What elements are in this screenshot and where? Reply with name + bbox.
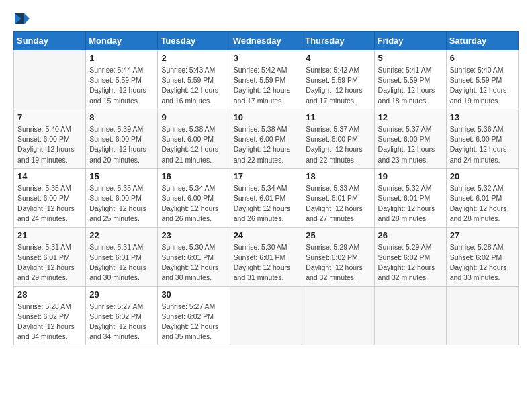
day-info: Sunrise: 5:28 AM Sunset: 6:02 PM Dayligh… <box>450 242 515 283</box>
day-info: Sunrise: 5:31 AM Sunset: 6:01 PM Dayligh… <box>89 242 154 283</box>
day-info: Sunrise: 5:29 AM Sunset: 6:02 PM Dayligh… <box>378 242 443 283</box>
day-number: 3 <box>234 53 299 63</box>
day-number: 4 <box>306 53 370 63</box>
day-number: 6 <box>450 53 515 63</box>
day-number: 14 <box>17 171 82 181</box>
day-number: 20 <box>450 171 515 181</box>
day-info: Sunrise: 5:37 AM Sunset: 6:00 PM Dayligh… <box>378 124 443 165</box>
calendar-cell: 16Sunrise: 5:34 AM Sunset: 6:00 PM Dayli… <box>158 168 230 227</box>
day-info: Sunrise: 5:30 AM Sunset: 6:01 PM Dayligh… <box>234 242 299 283</box>
calendar-week-row: 28Sunrise: 5:28 AM Sunset: 6:02 PM Dayli… <box>14 286 519 345</box>
day-number: 11 <box>306 112 370 122</box>
calendar-cell: 13Sunrise: 5:36 AM Sunset: 6:00 PM Dayli… <box>446 109 518 168</box>
day-info: Sunrise: 5:42 AM Sunset: 5:59 PM Dayligh… <box>234 65 299 106</box>
calendar-cell: 28Sunrise: 5:28 AM Sunset: 6:02 PM Dayli… <box>14 286 86 345</box>
day-info: Sunrise: 5:31 AM Sunset: 6:01 PM Dayligh… <box>17 242 82 283</box>
day-number: 27 <box>450 230 515 240</box>
day-info: Sunrise: 5:37 AM Sunset: 6:00 PM Dayligh… <box>306 124 370 165</box>
day-number: 29 <box>89 289 154 300</box>
calendar-cell <box>374 286 446 345</box>
calendar-cell: 22Sunrise: 5:31 AM Sunset: 6:01 PM Dayli… <box>86 227 158 286</box>
day-info: Sunrise: 5:40 AM Sunset: 5:59 PM Dayligh… <box>450 65 515 106</box>
calendar-cell: 27Sunrise: 5:28 AM Sunset: 6:02 PM Dayli… <box>446 227 518 286</box>
calendar-cell: 6Sunrise: 5:40 AM Sunset: 5:59 PM Daylig… <box>446 50 518 109</box>
calendar-cell: 23Sunrise: 5:30 AM Sunset: 6:01 PM Dayli… <box>158 227 230 286</box>
calendar-cell <box>302 286 374 345</box>
day-info: Sunrise: 5:32 AM Sunset: 6:01 PM Dayligh… <box>378 183 443 224</box>
calendar-week-row: 14Sunrise: 5:35 AM Sunset: 6:00 PM Dayli… <box>14 168 519 227</box>
calendar-cell: 3Sunrise: 5:42 AM Sunset: 5:59 PM Daylig… <box>230 50 302 109</box>
day-number: 13 <box>450 112 515 122</box>
day-number: 10 <box>234 112 299 122</box>
day-info: Sunrise: 5:27 AM Sunset: 6:02 PM Dayligh… <box>161 302 226 342</box>
calendar-cell <box>14 50 86 109</box>
day-number: 21 <box>17 230 82 240</box>
day-info: Sunrise: 5:35 AM Sunset: 6:00 PM Dayligh… <box>89 183 154 224</box>
calendar-week-row: 7Sunrise: 5:40 AM Sunset: 6:00 PM Daylig… <box>14 109 519 168</box>
calendar-cell: 26Sunrise: 5:29 AM Sunset: 6:02 PM Dayli… <box>374 227 446 286</box>
calendar-cell: 19Sunrise: 5:32 AM Sunset: 6:01 PM Dayli… <box>374 168 446 227</box>
svg-marker-0 <box>24 13 30 24</box>
day-info: Sunrise: 5:34 AM Sunset: 6:01 PM Dayligh… <box>234 183 299 224</box>
day-info: Sunrise: 5:28 AM Sunset: 6:02 PM Dayligh… <box>17 302 82 342</box>
day-info: Sunrise: 5:40 AM Sunset: 6:00 PM Dayligh… <box>17 124 82 165</box>
day-number: 15 <box>89 171 154 181</box>
calendar-cell: 1Sunrise: 5:44 AM Sunset: 5:59 PM Daylig… <box>86 50 158 109</box>
day-number: 28 <box>17 289 82 300</box>
day-info: Sunrise: 5:27 AM Sunset: 6:02 PM Dayligh… <box>89 302 154 342</box>
day-number: 23 <box>161 230 226 240</box>
calendar-table: SundayMondayTuesdayWednesdayThursdayFrid… <box>13 31 519 345</box>
calendar-week-row: 21Sunrise: 5:31 AM Sunset: 6:01 PM Dayli… <box>14 227 519 286</box>
calendar-cell: 17Sunrise: 5:34 AM Sunset: 6:01 PM Dayli… <box>230 168 302 227</box>
day-number: 19 <box>378 171 443 181</box>
calendar-cell: 29Sunrise: 5:27 AM Sunset: 6:02 PM Dayli… <box>86 286 158 345</box>
day-number: 30 <box>161 289 226 300</box>
calendar-cell: 4Sunrise: 5:42 AM Sunset: 5:59 PM Daylig… <box>302 50 374 109</box>
calendar-cell: 15Sunrise: 5:35 AM Sunset: 6:00 PM Dayli… <box>86 168 158 227</box>
day-info: Sunrise: 5:41 AM Sunset: 5:59 PM Dayligh… <box>378 65 443 106</box>
day-number: 24 <box>234 230 299 240</box>
day-number: 25 <box>306 230 370 240</box>
logo <box>13 13 30 24</box>
day-number: 17 <box>234 171 299 181</box>
calendar-cell: 11Sunrise: 5:37 AM Sunset: 6:00 PM Dayli… <box>302 109 374 168</box>
calendar-cell: 30Sunrise: 5:27 AM Sunset: 6:02 PM Dayli… <box>158 286 230 345</box>
day-info: Sunrise: 5:38 AM Sunset: 6:00 PM Dayligh… <box>161 124 226 165</box>
calendar-day-header: Sunday <box>14 32 86 50</box>
calendar-day-header: Friday <box>374 32 446 50</box>
calendar-cell <box>230 286 302 345</box>
calendar-cell: 18Sunrise: 5:33 AM Sunset: 6:01 PM Dayli… <box>302 168 374 227</box>
day-info: Sunrise: 5:38 AM Sunset: 6:00 PM Dayligh… <box>234 124 299 165</box>
calendar-week-row: 1Sunrise: 5:44 AM Sunset: 5:59 PM Daylig… <box>14 50 519 109</box>
calendar-cell: 8Sunrise: 5:39 AM Sunset: 6:00 PM Daylig… <box>86 109 158 168</box>
day-number: 22 <box>89 230 154 240</box>
calendar-header-row: SundayMondayTuesdayWednesdayThursdayFrid… <box>14 32 519 50</box>
page-header <box>13 13 519 24</box>
calendar-day-header: Tuesday <box>158 32 230 50</box>
calendar-cell: 7Sunrise: 5:40 AM Sunset: 6:00 PM Daylig… <box>14 109 86 168</box>
calendar-day-header: Wednesday <box>230 32 302 50</box>
day-info: Sunrise: 5:43 AM Sunset: 5:59 PM Dayligh… <box>161 65 226 106</box>
calendar-cell: 9Sunrise: 5:38 AM Sunset: 6:00 PM Daylig… <box>158 109 230 168</box>
day-number: 7 <box>17 112 82 122</box>
calendar-cell: 10Sunrise: 5:38 AM Sunset: 6:00 PM Dayli… <box>230 109 302 168</box>
calendar-day-header: Thursday <box>302 32 374 50</box>
calendar-cell: 12Sunrise: 5:37 AM Sunset: 6:00 PM Dayli… <box>374 109 446 168</box>
day-number: 2 <box>161 53 226 63</box>
calendar-cell: 21Sunrise: 5:31 AM Sunset: 6:01 PM Dayli… <box>14 227 86 286</box>
day-info: Sunrise: 5:44 AM Sunset: 5:59 PM Dayligh… <box>89 65 154 106</box>
day-info: Sunrise: 5:42 AM Sunset: 5:59 PM Dayligh… <box>306 65 370 106</box>
calendar-day-header: Saturday <box>446 32 518 50</box>
day-number: 9 <box>161 112 226 122</box>
day-number: 16 <box>161 171 226 181</box>
logo-flag-icon <box>15 13 30 24</box>
calendar-cell: 24Sunrise: 5:30 AM Sunset: 6:01 PM Dayli… <box>230 227 302 286</box>
day-info: Sunrise: 5:29 AM Sunset: 6:02 PM Dayligh… <box>306 242 370 283</box>
day-info: Sunrise: 5:34 AM Sunset: 6:00 PM Dayligh… <box>161 183 226 224</box>
calendar-cell: 2Sunrise: 5:43 AM Sunset: 5:59 PM Daylig… <box>158 50 230 109</box>
day-info: Sunrise: 5:32 AM Sunset: 6:01 PM Dayligh… <box>450 183 515 224</box>
day-info: Sunrise: 5:30 AM Sunset: 6:01 PM Dayligh… <box>161 242 226 283</box>
day-info: Sunrise: 5:36 AM Sunset: 6:00 PM Dayligh… <box>450 124 515 165</box>
day-info: Sunrise: 5:39 AM Sunset: 6:00 PM Dayligh… <box>89 124 154 165</box>
calendar-cell: 14Sunrise: 5:35 AM Sunset: 6:00 PM Dayli… <box>14 168 86 227</box>
